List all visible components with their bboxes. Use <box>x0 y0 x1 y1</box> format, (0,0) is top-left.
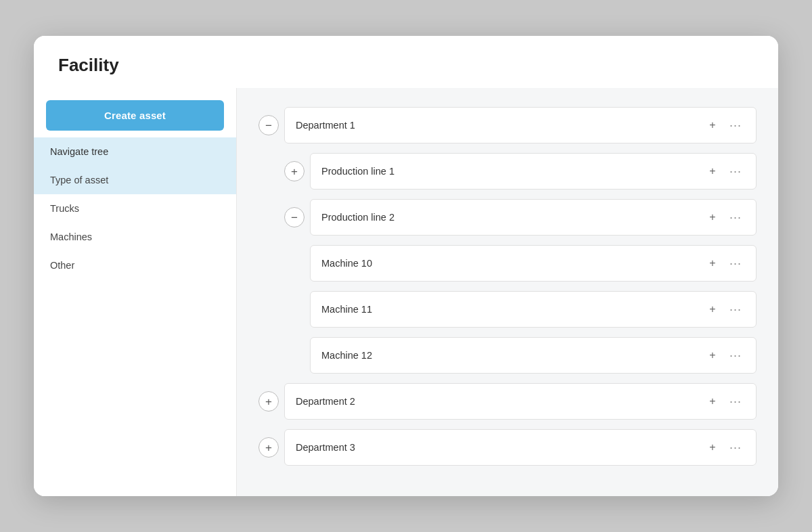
toggle-prod2-button[interactable]: − <box>284 207 304 227</box>
tree-row-m12: Machine 12 + ··· <box>258 337 757 374</box>
tree-node-dept3: Department 3 + ··· <box>284 429 757 466</box>
more-options-prod2-button[interactable]: ··· <box>726 208 745 227</box>
dept1-actions: + ··· <box>703 116 745 135</box>
m10-actions: + ··· <box>703 254 745 273</box>
sidebar-item-navigate[interactable]: Navigate tree <box>34 137 236 166</box>
tree-node-m10: Machine 10 + ··· <box>310 245 757 282</box>
sidebar-item-trucks[interactable]: Trucks <box>34 194 236 223</box>
tree-row-prod1: + Production line 1 + ··· <box>258 153 757 190</box>
dept3-label: Department 3 <box>296 442 703 453</box>
more-options-m12-button[interactable]: ··· <box>726 346 745 365</box>
main-content: − Department 1 + ··· + Production line 1… <box>237 88 778 496</box>
prod2-actions: + ··· <box>703 208 745 227</box>
tree-row-m10: Machine 10 + ··· <box>258 245 757 282</box>
prod1-label: Production line 1 <box>321 166 703 177</box>
app-body: Create asset Navigate tree Type of asset… <box>34 88 778 496</box>
prod1-actions: + ··· <box>703 162 745 181</box>
dept3-actions: + ··· <box>703 438 745 457</box>
toggle-dept1-button[interactable]: − <box>258 115 279 135</box>
tree-row-dept2: + Department 2 + ··· <box>258 383 757 420</box>
sidebar-item-other[interactable]: Other <box>34 251 236 280</box>
create-asset-button[interactable]: Create asset <box>46 100 224 131</box>
add-child-prod2-button[interactable]: + <box>703 208 722 227</box>
add-child-m12-button[interactable]: + <box>703 346 722 365</box>
more-options-m10-button[interactable]: ··· <box>726 254 745 273</box>
tree-row-dept1: − Department 1 + ··· <box>258 107 757 143</box>
add-child-m10-button[interactable]: + <box>703 254 722 273</box>
add-child-dept2-button[interactable]: + <box>703 392 722 411</box>
app-header: Facility <box>34 36 778 88</box>
m12-actions: + ··· <box>703 346 745 365</box>
tree-node-dept1: Department 1 + ··· <box>284 107 757 143</box>
sidebar-item-machines[interactable]: Machines <box>34 223 236 251</box>
more-options-prod1-button[interactable]: ··· <box>726 162 745 181</box>
tree-node-m12: Machine 12 + ··· <box>310 337 757 374</box>
add-child-m11-button[interactable]: + <box>703 300 722 319</box>
m11-actions: + ··· <box>703 300 745 319</box>
toggle-dept3-button[interactable]: + <box>258 437 279 458</box>
tree-row-dept3: + Department 3 + ··· <box>258 429 757 466</box>
tree-node-dept2: Department 2 + ··· <box>284 383 757 420</box>
prod2-label: Production line 2 <box>321 212 703 223</box>
tree-row-prod2: − Production line 2 + ··· <box>258 199 757 236</box>
tree-node-prod1: Production line 1 + ··· <box>310 153 757 190</box>
m11-label: Machine 11 <box>321 304 703 315</box>
sidebar-item-type-of-asset[interactable]: Type of asset <box>34 166 236 194</box>
tree-row-m11: Machine 11 + ··· <box>258 291 757 328</box>
dept1-label: Department 1 <box>296 120 703 131</box>
tree-node-prod2: Production line 2 + ··· <box>310 199 757 236</box>
more-options-dept1-button[interactable]: ··· <box>726 116 745 135</box>
app-window: Facility Create asset Navigate tree Type… <box>34 36 778 496</box>
add-child-dept1-button[interactable]: + <box>703 116 722 135</box>
m12-label: Machine 12 <box>321 350 703 361</box>
toggle-dept2-button[interactable]: + <box>258 391 279 412</box>
add-child-dept3-button[interactable]: + <box>703 438 722 457</box>
more-options-m11-button[interactable]: ··· <box>726 300 745 319</box>
more-options-dept2-button[interactable]: ··· <box>726 392 745 411</box>
sidebar: Create asset Navigate tree Type of asset… <box>34 88 237 496</box>
page-title: Facility <box>58 55 119 75</box>
add-child-prod1-button[interactable]: + <box>703 162 722 181</box>
m10-label: Machine 10 <box>321 258 703 269</box>
more-options-dept3-button[interactable]: ··· <box>726 438 745 457</box>
toggle-prod1-button[interactable]: + <box>284 161 304 181</box>
tree-node-m11: Machine 11 + ··· <box>310 291 757 328</box>
dept2-label: Department 2 <box>296 396 703 407</box>
dept2-actions: + ··· <box>703 392 745 411</box>
